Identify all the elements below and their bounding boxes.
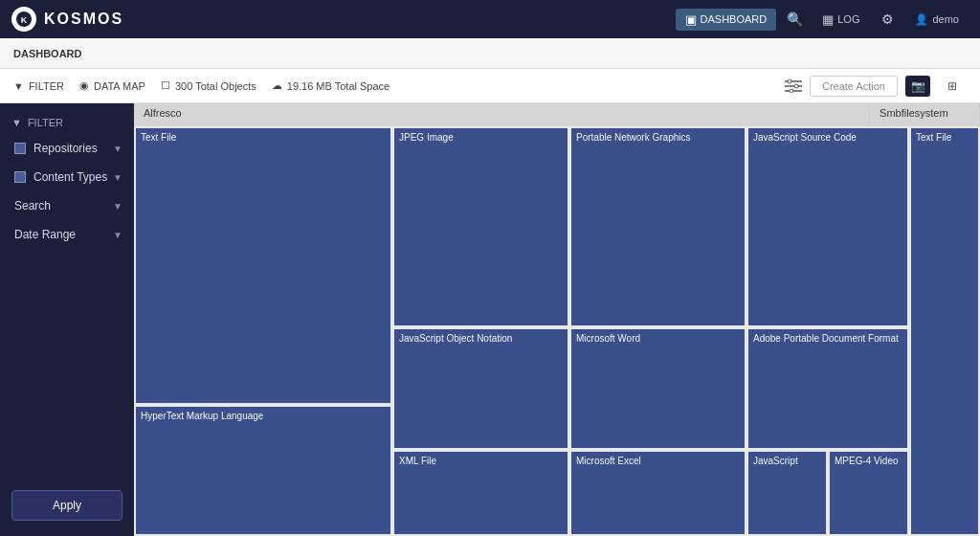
dashboard-nav-icon: ▣	[685, 12, 697, 27]
treemap-cell-png: Portable Network Graphics	[569, 126, 746, 327]
datamap-label: DATA MAP	[94, 80, 145, 92]
treemap-cell-label: Microsoft Excel	[576, 456, 641, 466]
treemap-cell-label: Microsoft Word	[576, 333, 640, 344]
treemap-col-3: JavaScript Source Code Adobe Portable Do…	[746, 126, 909, 536]
treemap-cell-label: JavaScript Source Code	[753, 132, 857, 143]
sidebar: ▼ FILTER Repositories ▼ Content Types ▼ …	[0, 103, 134, 536]
camera-btn[interactable]: 📷	[905, 76, 930, 97]
treemap-cell-jpeg: JPEG Image	[392, 126, 569, 327]
treemap-cell-pdf: Adobe Portable Document Format	[746, 327, 909, 450]
treemap-cell-label: Adobe Portable Document Format	[753, 333, 899, 344]
search-label: Search	[14, 199, 51, 212]
user-nav-btn[interactable]: 👤 demo	[905, 10, 969, 30]
filter-header[interactable]: ▼ FILTER	[0, 111, 134, 134]
treemap-cell-label: HyperText Markup Language	[141, 411, 263, 421]
treemap-cell-json: JavaScript Object Notation	[392, 327, 569, 450]
create-action-btn[interactable]: Create Action	[810, 76, 898, 97]
date-range-label: Date Range	[14, 228, 76, 241]
repo-header-row: Alfresco Smbfilesystem	[134, 103, 980, 126]
navbar-left: K KOSMOS	[11, 7, 123, 32]
apply-button[interactable]: Apply	[11, 490, 122, 521]
sidebar-spacer	[0, 249, 134, 482]
sidebar-item-content-types[interactable]: Content Types ▼	[0, 163, 134, 191]
treemap-container: Text File HyperText Markup Language JPEG…	[134, 126, 980, 536]
objects-icon: ☐	[161, 79, 170, 92]
datamap-toggle[interactable]: ◉ DATA MAP	[79, 79, 145, 92]
svg-text:K: K	[21, 15, 28, 25]
treemap-cell-label: JPEG Image	[399, 132, 454, 143]
treemap-cell-label: XML File	[399, 456, 436, 466]
treemap-cell-js-source: JavaScript Source Code	[746, 126, 909, 327]
sidebar-item-date-range[interactable]: Date Range ▼	[0, 220, 134, 249]
treemap-cell-text-file-smb: Text File	[909, 126, 980, 536]
treemap-cell-label: MPEG-4 Video	[835, 456, 899, 466]
repositories-chevron: ▼	[113, 144, 122, 154]
svg-point-5	[788, 79, 791, 83]
search-nav-btn[interactable]: 🔍	[780, 5, 809, 34]
treemap-col-1: JPEG Image JavaScript Object Notation XM…	[392, 126, 569, 536]
objects-info: ☐ 300 Total Objects	[161, 79, 256, 92]
smbfilesystem-header: Smbfilesystem	[870, 103, 980, 126]
treemap-cell-xml: XML File	[392, 450, 569, 536]
treemap-cell-label: Portable Network Graphics	[576, 132, 691, 143]
logo-icon: K	[11, 7, 36, 32]
repositories-label: Repositories	[33, 142, 98, 155]
treemap-cell-mpeg: MPEG-4 Video	[828, 450, 909, 536]
space-label: 19.16 MB Total Space	[287, 80, 390, 92]
settings-nav-btn[interactable]: ⚙	[873, 5, 902, 34]
user-icon: 👤	[915, 13, 928, 26]
treemap-cell-label: JavaScript Object Notation	[399, 333, 512, 344]
content-types-chevron: ▼	[113, 172, 122, 183]
treemap-col-2: Portable Network Graphics Microsoft Word…	[569, 126, 746, 536]
brand-name: KOSMOS	[44, 11, 123, 28]
sidebar-item-search[interactable]: Search ▼	[0, 191, 134, 220]
repositories-icon	[14, 143, 26, 154]
search-chevron: ▼	[113, 201, 122, 212]
log-nav-btn[interactable]: ▦ LOG	[813, 9, 869, 31]
navbar: K KOSMOS ▣ DASHBOARD 🔍 ▦ LOG ⚙ 👤 demo	[0, 0, 980, 38]
content-types-label: Content Types	[33, 170, 107, 184]
treemap-cell-label: Text File	[141, 132, 176, 143]
dashboard-nav-btn[interactable]: ▣ DASHBOARD	[676, 9, 777, 31]
filter-settings-btn[interactable]	[785, 79, 802, 93]
space-info: ☁ 19.16 MB Total Space	[272, 79, 390, 92]
date-range-chevron: ▼	[113, 230, 122, 240]
svg-point-7	[790, 89, 793, 93]
objects-label: 300 Total Objects	[175, 80, 256, 92]
treemap-row-pdf-js: Adobe Portable Document Format	[746, 327, 909, 450]
space-icon: ☁	[272, 79, 282, 92]
treemap-row-js-mpeg: JavaScript MPEG-4 Video	[746, 450, 909, 536]
subheader-label: DASHBOARD	[13, 48, 82, 59]
treemap-cell-excel: Microsoft Excel	[569, 450, 746, 536]
content-area: Alfresco Smbfilesystem Text File HyperTe…	[134, 103, 980, 536]
sidebar-item-repositories[interactable]: Repositories ▼	[0, 134, 134, 163]
filter-sidebar-label: FILTER	[28, 117, 63, 128]
treemap-cell-label: Text File	[916, 132, 951, 143]
subheader: DASHBOARD	[0, 38, 980, 69]
log-nav-icon: ▦	[822, 12, 834, 27]
filter-toggle[interactable]: ▼ FILTER	[13, 80, 64, 92]
filter-icon: ▼	[13, 80, 24, 92]
treemap-cell-hypertext: HyperText Markup Language	[134, 405, 392, 536]
svg-point-6	[794, 84, 798, 88]
treemap-col-0: Text File HyperText Markup Language	[134, 126, 392, 536]
navbar-right: ▣ DASHBOARD 🔍 ▦ LOG ⚙ 👤 demo	[676, 5, 969, 34]
treemap-cell-label: JavaScript	[753, 456, 798, 466]
treemap-cell-word: Microsoft Word	[569, 327, 746, 450]
treemap: Text File HyperText Markup Language JPEG…	[134, 126, 980, 536]
treemap-cell-text-file-large: Text File	[134, 126, 392, 405]
treemap-col-smbfilesystem: Text File	[909, 126, 980, 536]
main-layout: ▼ FILTER Repositories ▼ Content Types ▼ …	[0, 103, 980, 536]
toolbar: ▼ FILTER ◉ DATA MAP ☐ 300 Total Objects …	[0, 69, 980, 103]
toolbar-right: Create Action 📷 ⊞	[785, 72, 967, 100]
datamap-icon: ◉	[79, 79, 89, 92]
alfresco-header: Alfresco	[134, 103, 870, 126]
content-types-icon	[14, 171, 26, 183]
grid-view-btn[interactable]: ⊞	[938, 72, 967, 100]
filter-sidebar-icon: ▼	[11, 117, 22, 128]
treemap-cell-javascript: JavaScript	[746, 450, 828, 536]
filter-label: FILTER	[29, 80, 64, 92]
